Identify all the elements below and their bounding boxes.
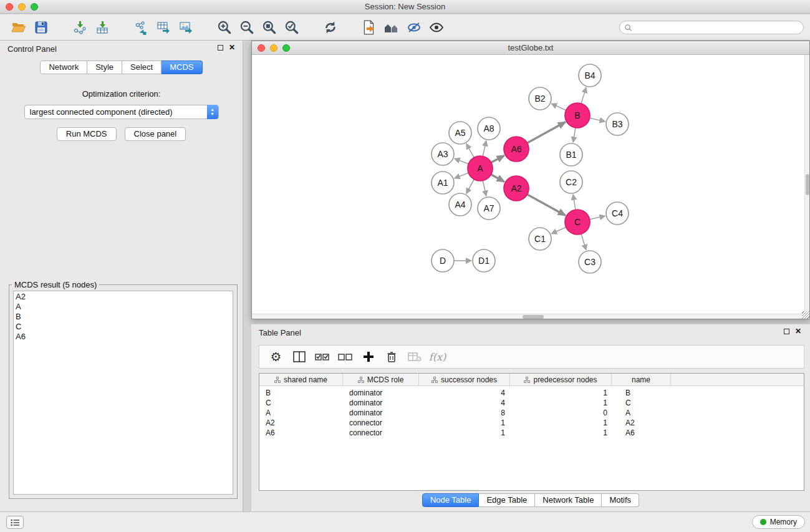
- mcds-result-item[interactable]: A: [16, 302, 233, 312]
- column-header-mcds-role[interactable]: MCDS role: [343, 374, 419, 385]
- zoom-fit-button[interactable]: [258, 17, 281, 38]
- export-table-button[interactable]: [152, 17, 175, 38]
- open-session-button[interactable]: [7, 17, 30, 38]
- function-builder-button[interactable]: f(x): [426, 346, 449, 367]
- add-row-button[interactable]: [357, 346, 380, 367]
- network-window-titlebar[interactable]: testGlobe.txt: [252, 41, 809, 55]
- graph-edge-A-A1[interactable]: [455, 173, 469, 178]
- mcds-result-item[interactable]: A6: [16, 332, 233, 342]
- zoom-in-button[interactable]: [213, 17, 236, 38]
- network-graph[interactable]: B4B2BB3A8A5A6B1A3AC2A1A2A4A7CC4C1C3DD1: [252, 55, 809, 319]
- run-mcds-button[interactable]: Run MCDS: [57, 127, 117, 141]
- graph-edge-A-A5[interactable]: [466, 143, 474, 157]
- mcds-result-list[interactable]: A2 A B C A6: [13, 291, 233, 495]
- memory-button[interactable]: Memory: [752, 515, 805, 529]
- insert-column-button[interactable]: [287, 346, 311, 367]
- graph-node-A3[interactable]: A3: [432, 143, 454, 165]
- network-minimize-button[interactable]: [270, 44, 277, 52]
- graph-node-C4[interactable]: C4: [606, 202, 629, 225]
- graph-edge-A2-C[interactable]: [528, 195, 566, 216]
- graph-edge-C-C1[interactable]: [551, 227, 566, 234]
- birds-eye-view-button[interactable]: [380, 17, 403, 38]
- graph-node-C2[interactable]: C2: [560, 171, 582, 193]
- close-table-panel-icon[interactable]: ✕: [795, 328, 801, 334]
- clear-table-button[interactable]: [403, 346, 426, 367]
- graph-node-A5[interactable]: A5: [449, 122, 471, 144]
- tab-select[interactable]: Select: [122, 60, 162, 74]
- column-header-predecessor-nodes[interactable]: predecessor nodes: [510, 374, 612, 385]
- network-canvas[interactable]: B4B2BB3A8A5A6B1A3AC2A1A2A4A7CC4C1C3DD1: [252, 55, 809, 319]
- network-vertical-scrollbar[interactable]: [804, 55, 809, 314]
- mcds-result-item[interactable]: B: [16, 312, 233, 322]
- tab-mcds[interactable]: MCDS: [162, 60, 202, 74]
- graph-node-A[interactable]: A: [468, 156, 493, 181]
- graph-node-B2[interactable]: B2: [529, 87, 551, 110]
- resize-grip-icon[interactable]: [802, 311, 809, 319]
- graph-node-C3[interactable]: C3: [579, 251, 601, 273]
- graph-edge-A-A4[interactable]: [466, 180, 475, 194]
- graph-node-C1[interactable]: C1: [529, 228, 551, 250]
- show-graphics-details-button[interactable]: [403, 17, 425, 38]
- task-history-button[interactable]: [6, 516, 24, 529]
- column-header-successor-nodes[interactable]: successor nodes: [419, 374, 510, 385]
- graph-edge-A6-B[interactable]: [528, 122, 566, 143]
- zoom-window-button[interactable]: [31, 3, 38, 11]
- save-session-button[interactable]: [30, 17, 52, 38]
- graph-edge-A-A6[interactable]: [491, 155, 504, 162]
- node-table[interactable]: shared name MCDS role successor nodes pr…: [259, 373, 804, 491]
- graph-node-B3[interactable]: B3: [606, 113, 629, 135]
- graph-edge-B-B3[interactable]: [590, 118, 605, 121]
- graph-node-D[interactable]: D: [432, 249, 454, 272]
- import-network-button[interactable]: [69, 17, 91, 38]
- close-panel-button[interactable]: Close panel: [125, 127, 186, 141]
- refresh-view-button[interactable]: [319, 17, 342, 38]
- graph-node-A1[interactable]: A1: [432, 172, 454, 194]
- graph-node-A6[interactable]: A6: [504, 137, 529, 162]
- graph-edge-A-A8[interactable]: [483, 141, 486, 157]
- select-all-button[interactable]: [311, 346, 334, 367]
- graph-edge-C-C3[interactable]: [581, 234, 586, 250]
- graph-node-A7[interactable]: A7: [478, 197, 500, 220]
- delete-row-button[interactable]: [380, 346, 403, 367]
- table-settings-button[interactable]: ⚙: [264, 346, 287, 367]
- column-header-shared-name[interactable]: shared name: [259, 374, 343, 385]
- network-close-button[interactable]: [258, 44, 265, 52]
- tab-network-table[interactable]: Network Table: [535, 493, 602, 507]
- import-table-button[interactable]: [91, 17, 113, 38]
- hide-graphics-details-button[interactable]: [425, 17, 448, 38]
- criterion-dropdown[interactable]: largest connected component (directed) ▲…: [24, 105, 219, 119]
- graph-node-A8[interactable]: A8: [478, 117, 500, 140]
- graph-node-A4[interactable]: A4: [449, 193, 471, 216]
- network-horizontal-scrollbar[interactable]: [252, 314, 804, 319]
- table-row[interactable]: C dominator 4 1 C: [259, 398, 804, 408]
- graph-node-B[interactable]: B: [565, 103, 590, 128]
- float-table-panel-icon[interactable]: [784, 329, 789, 334]
- table-row[interactable]: A6 connector 1 1 A6: [259, 428, 804, 438]
- deselect-all-button[interactable]: [334, 346, 357, 367]
- mcds-result-item[interactable]: C: [16, 322, 233, 332]
- zoom-out-button[interactable]: [236, 17, 258, 38]
- zoom-selected-button[interactable]: [281, 17, 303, 38]
- graph-edge-A-A3[interactable]: [455, 158, 469, 164]
- column-header-name[interactable]: name: [612, 374, 671, 385]
- graph-edge-C-C2[interactable]: [573, 195, 576, 210]
- graph-node-C[interactable]: C: [565, 210, 590, 235]
- graph-edge-A-A2[interactable]: [491, 175, 504, 182]
- table-row[interactable]: B dominator 4 1 B: [259, 388, 804, 398]
- toolbar-search[interactable]: [619, 21, 804, 34]
- tab-style[interactable]: Style: [87, 60, 122, 74]
- graph-node-B1[interactable]: B1: [560, 143, 582, 166]
- float-panel-icon[interactable]: [218, 45, 223, 51]
- graph-node-D1[interactable]: D1: [473, 249, 495, 272]
- graph-edge-B-B1[interactable]: [573, 128, 576, 142]
- minimize-window-button[interactable]: [18, 3, 26, 11]
- close-panel-icon[interactable]: ✕: [229, 44, 235, 51]
- export-image-button[interactable]: [175, 17, 197, 38]
- graph-edge-B-B2[interactable]: [551, 104, 566, 110]
- close-window-button[interactable]: [6, 3, 13, 11]
- graph-edge-B-B4[interactable]: [581, 87, 586, 104]
- snapshot-button[interactable]: [358, 17, 380, 38]
- tab-edge-table[interactable]: Edge Table: [479, 493, 535, 507]
- graph-edge-A-A7[interactable]: [483, 181, 486, 196]
- search-input[interactable]: [635, 22, 803, 33]
